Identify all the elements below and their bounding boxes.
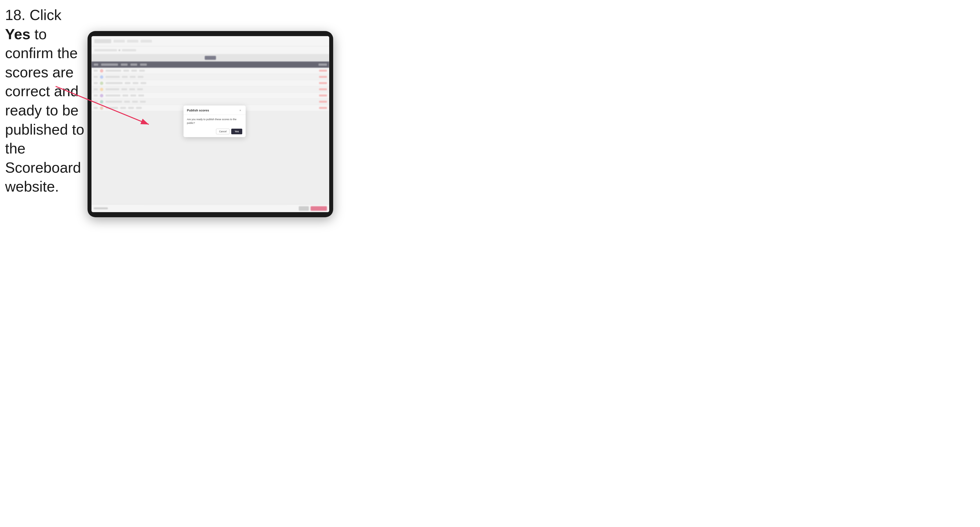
modal-message: Are you ready to publish these scores to… xyxy=(187,117,242,125)
modal-title: Publish scores xyxy=(187,109,209,112)
modal-body: Are you ready to publish these scores to… xyxy=(183,115,246,137)
modal-actions: Cancel Yes xyxy=(187,129,242,134)
publish-scores-modal: Publish scores × Are you ready to publis… xyxy=(183,105,246,137)
tablet-device: Publish scores × Are you ready to publis… xyxy=(88,31,333,217)
instruction-text: 18. Click Yes to confirm the scores are … xyxy=(5,6,87,196)
tablet-screen: Publish scores × Are you ready to publis… xyxy=(91,36,329,212)
cancel-button[interactable]: Cancel xyxy=(216,129,229,134)
modal-close-button[interactable]: × xyxy=(238,108,242,112)
modal-overlay: Publish scores × Are you ready to publis… xyxy=(91,36,329,212)
yes-button[interactable]: Yes xyxy=(231,129,242,134)
modal-header: Publish scores × xyxy=(183,105,246,115)
